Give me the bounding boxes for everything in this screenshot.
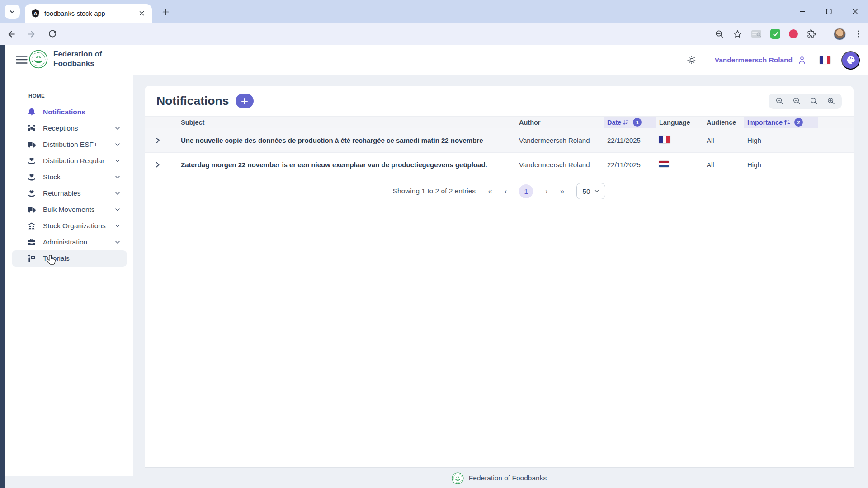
palette-icon (846, 55, 856, 65)
flag-nl-icon (659, 161, 669, 167)
theme-palette-button[interactable] (841, 51, 860, 70)
sidebar-item-administration[interactable]: Administration (12, 234, 127, 250)
bell-icon (27, 108, 36, 117)
previous-page-button[interactable]: ‹ (505, 188, 507, 195)
angular-favicon: A (31, 9, 40, 18)
cell-subject: Une nouvelle copie des données de produc… (170, 136, 515, 144)
window-close-button[interactable] (842, 0, 868, 23)
page-size-select[interactable]: 50 (576, 183, 605, 199)
last-page-button[interactable]: » (560, 188, 564, 195)
zoom-out-indicator-icon[interactable] (715, 29, 724, 39)
sidebar-item-notifications[interactable]: Notifications (12, 104, 127, 120)
back-icon[interactable] (6, 29, 16, 39)
notifications-card: Notifications Subject Author (145, 86, 854, 468)
sidebar-item-distribution-esf[interactable]: Distribution ESF+ (12, 136, 127, 153)
sort-order-badge: 2 (794, 118, 803, 127)
zoom-reset-button[interactable] (805, 94, 822, 109)
table-zoom-toolbar (769, 94, 842, 109)
extension-faded-icon[interactable] (751, 29, 762, 38)
sidebar-item-stock-organizations[interactable]: Stock Organizations (12, 218, 127, 234)
left-edge-strip (0, 45, 5, 488)
browser-profile-avatar[interactable] (834, 28, 846, 40)
language-flag-fr[interactable] (820, 56, 830, 64)
app-footer: Federation of Foodbanks (145, 468, 854, 488)
cell-language (656, 161, 703, 169)
notification-row[interactable]: Une nouvelle copie des données de produc… (145, 128, 854, 153)
cell-author: Vandermeersch Roland (515, 161, 604, 169)
sidebar-item-returnables[interactable]: Returnables (12, 185, 127, 202)
row-expand-button[interactable] (145, 136, 170, 144)
truck-icon (27, 205, 36, 214)
sidebar-item-label: Distribution Regular (43, 157, 104, 165)
sidebar-item-bulk-movements[interactable]: Bulk Movements (12, 202, 127, 218)
theme-sun-icon[interactable] (687, 55, 697, 65)
zoom-in-button[interactable] (822, 94, 840, 109)
first-page-button[interactable]: « (488, 188, 492, 195)
app-brand[interactable]: Federation of Foodbanks (29, 50, 102, 69)
sidebar-item-label: Returnables (43, 189, 81, 197)
browser-tab[interactable]: A foodbanks-stock-app (25, 4, 152, 23)
column-header-author[interactable]: Author (515, 117, 604, 128)
sidebar-item-tutorials[interactable]: Tutorials (12, 250, 127, 267)
tab-close-icon[interactable] (137, 9, 146, 19)
chevron-down-icon (114, 206, 121, 213)
sidebar-item-distribution-regular[interactable]: Distribution Regular (12, 153, 127, 169)
column-header-language[interactable]: Language (656, 117, 703, 128)
zoom-out-small-button[interactable] (788, 94, 805, 109)
zoom-out-button[interactable] (771, 94, 788, 109)
cell-importance: High (744, 161, 818, 169)
chevron-down-icon (594, 188, 599, 194)
hand-heart-icon (27, 173, 36, 182)
cell-date: 22/11/2025 (604, 136, 656, 144)
chevron-down-icon (114, 190, 121, 197)
chevron-down-icon (114, 239, 121, 245)
sidebar-item-label: Stock (43, 173, 61, 181)
column-header-date[interactable]: Date 1 (604, 117, 656, 128)
browser-menu-icon[interactable] (854, 30, 863, 38)
column-header-subject[interactable]: Subject (170, 117, 515, 128)
window-minimize-button[interactable] (789, 0, 816, 23)
current-page[interactable]: 1 (519, 184, 533, 198)
menu-toggle-button[interactable] (15, 53, 28, 66)
extension-dot-icon[interactable] (789, 29, 798, 38)
extension-check-icon[interactable] (770, 29, 780, 39)
notification-row[interactable]: Zaterdag morgen 22 november is er een ni… (145, 153, 854, 177)
plus-icon (241, 98, 248, 105)
chevron-down-icon (9, 9, 15, 15)
next-page-button[interactable]: › (545, 188, 548, 195)
reload-icon[interactable] (48, 29, 57, 38)
tab-search-button[interactable] (5, 5, 20, 19)
sidebar-item-label: Receptions (43, 124, 78, 132)
sidebar-item-label: Notifications (43, 108, 85, 116)
expander-column-header (145, 117, 170, 128)
chevron-right-icon (154, 161, 161, 169)
plus-icon (162, 9, 169, 15)
window-controls (789, 0, 868, 23)
chevron-down-icon (114, 223, 121, 229)
new-tab-button[interactable] (159, 5, 172, 18)
main-area: Notifications Subject Author (133, 75, 868, 488)
cell-author: Vandermeersch Roland (515, 136, 604, 144)
forward-icon[interactable] (27, 29, 37, 39)
user-menu[interactable]: Vandermeersch Roland (715, 56, 793, 64)
person-icon[interactable] (797, 55, 807, 65)
chevron-right-icon (154, 136, 161, 144)
column-header-audience[interactable]: Audience (703, 117, 744, 128)
zoom-out-icon (793, 97, 801, 105)
column-header-importance[interactable]: Importance 2 (744, 117, 818, 128)
toolbar-divider (825, 28, 825, 39)
sidebar-item-stock[interactable]: Stock (12, 169, 127, 185)
bookmark-star-icon[interactable] (733, 29, 742, 39)
toolbox-icon (27, 238, 36, 247)
browser-tab-bar: A foodbanks-stock-app (0, 0, 868, 23)
sidebar-item-receptions[interactable]: Receptions (12, 120, 127, 136)
row-expand-button[interactable] (145, 161, 170, 169)
add-notification-button[interactable] (236, 94, 254, 108)
sort-order-badge: 1 (633, 118, 642, 127)
sidebar-item-label: Bulk Movements (43, 206, 95, 214)
sidebar-item-label: Stock Organizations (43, 222, 106, 230)
sidebar-item-label: Distribution ESF+ (43, 141, 98, 149)
extensions-puzzle-icon[interactable] (807, 29, 816, 39)
app-body: HOME Notifications Receptions Distributi… (5, 75, 868, 488)
window-maximize-button[interactable] (816, 0, 842, 23)
